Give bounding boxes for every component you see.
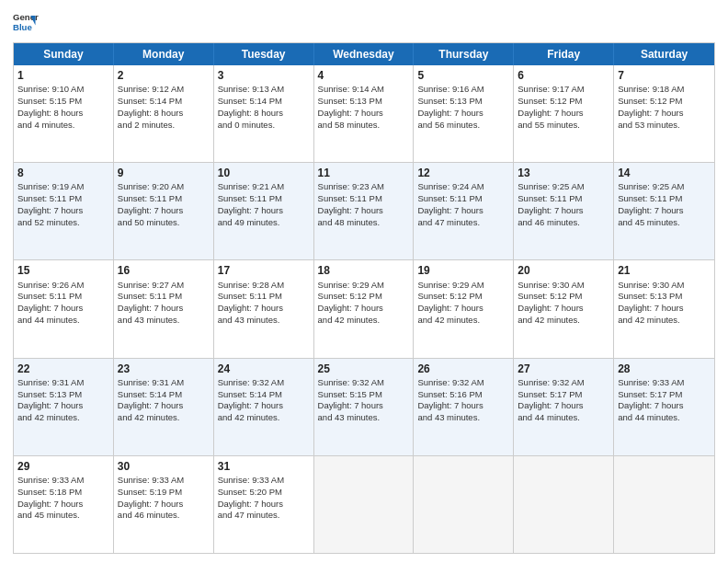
cell-line: Sunrise: 9:16 AM — [417, 84, 509, 96]
cell-line: and 43 minutes. — [318, 412, 410, 424]
day-number: 15 — [17, 263, 109, 278]
cell-line: Sunset: 5:16 PM — [417, 389, 509, 401]
calendar-cell: 31Sunrise: 9:33 AMSunset: 5:20 PMDayligh… — [214, 456, 314, 553]
day-number: 20 — [518, 263, 609, 278]
calendar-cell — [414, 456, 514, 553]
cell-line: and 43 minutes. — [118, 315, 210, 327]
cell-line: Sunrise: 9:26 AM — [17, 280, 109, 292]
cell-line: Sunrise: 9:32 AM — [417, 377, 509, 389]
cell-line: Sunrise: 9:32 AM — [218, 377, 310, 389]
calendar-cell: 8Sunrise: 9:19 AMSunset: 5:11 PMDaylight… — [14, 163, 114, 259]
cell-line: Sunrise: 9:24 AM — [417, 181, 509, 193]
cell-line: Daylight: 7 hours — [118, 499, 210, 511]
cell-line: and 43 minutes. — [417, 412, 509, 424]
calendar-cell: 30Sunrise: 9:33 AMSunset: 5:19 PMDayligh… — [114, 456, 214, 553]
cell-line: Daylight: 7 hours — [518, 205, 609, 217]
calendar-cell: 14Sunrise: 9:25 AMSunset: 5:11 PMDayligh… — [614, 163, 714, 259]
day-number: 6 — [518, 68, 609, 83]
cell-line: Sunset: 5:11 PM — [218, 291, 310, 303]
calendar-cell: 13Sunrise: 9:25 AMSunset: 5:11 PMDayligh… — [514, 163, 614, 259]
cell-line: Sunset: 5:12 PM — [417, 291, 509, 303]
cell-line: Sunset: 5:11 PM — [17, 291, 109, 303]
day-number: 8 — [17, 166, 109, 180]
cell-line: and 47 minutes. — [218, 510, 310, 522]
cell-line: Sunrise: 9:32 AM — [518, 377, 609, 389]
cell-line: and 45 minutes. — [618, 217, 711, 229]
cell-line: and 50 minutes. — [118, 217, 210, 229]
calendar-cell: 18Sunrise: 9:29 AMSunset: 5:12 PMDayligh… — [314, 260, 415, 357]
cell-line: Sunset: 5:20 PM — [218, 487, 310, 499]
cell-line: and 46 minutes. — [118, 510, 210, 522]
calendar-body: 1Sunrise: 9:10 AMSunset: 5:15 PMDaylight… — [14, 65, 714, 553]
calendar-cell: 4Sunrise: 9:14 AMSunset: 5:13 PMDaylight… — [314, 65, 415, 162]
calendar-cell: 11Sunrise: 9:23 AMSunset: 5:11 PMDayligh… — [314, 163, 415, 259]
cell-line: Daylight: 7 hours — [318, 303, 410, 315]
calendar-cell: 7Sunrise: 9:18 AMSunset: 5:12 PMDaylight… — [614, 65, 714, 162]
cell-line: Sunset: 5:14 PM — [118, 96, 210, 108]
day-number: 12 — [417, 166, 509, 180]
cell-line: Sunset: 5:17 PM — [518, 389, 609, 401]
calendar-cell: 10Sunrise: 9:21 AMSunset: 5:11 PMDayligh… — [214, 163, 314, 259]
day-number: 4 — [318, 68, 410, 83]
cell-line: Sunset: 5:11 PM — [318, 193, 410, 205]
day-number: 16 — [118, 263, 210, 278]
calendar-cell: 12Sunrise: 9:24 AMSunset: 5:11 PMDayligh… — [414, 163, 514, 259]
day-number: 21 — [618, 263, 711, 278]
cell-line: Daylight: 8 hours — [118, 108, 210, 120]
cell-line: Daylight: 7 hours — [318, 108, 410, 120]
cell-line: Sunset: 5:11 PM — [218, 193, 310, 205]
cell-line: Sunrise: 9:32 AM — [318, 377, 410, 389]
cell-line: and 58 minutes. — [318, 120, 410, 132]
cell-line: Sunset: 5:15 PM — [17, 96, 109, 108]
cell-line: Sunrise: 9:29 AM — [318, 280, 410, 292]
cell-line: Sunrise: 9:28 AM — [218, 280, 310, 292]
cell-line: Sunrise: 9:33 AM — [118, 475, 210, 487]
header-day: Saturday — [614, 43, 714, 65]
cell-line: Daylight: 7 hours — [318, 400, 410, 412]
cell-line: Sunset: 5:11 PM — [118, 193, 210, 205]
cell-line: Sunrise: 9:29 AM — [417, 280, 509, 292]
cell-line: Sunrise: 9:27 AM — [118, 280, 210, 292]
calendar-header: SundayMondayTuesdayWednesdayThursdayFrid… — [14, 43, 714, 65]
header-day: Wednesday — [314, 43, 415, 65]
day-number: 26 — [417, 362, 509, 376]
cell-line: Daylight: 7 hours — [17, 303, 109, 315]
day-number: 13 — [518, 166, 609, 180]
cell-line: and 44 minutes. — [518, 412, 609, 424]
cell-line: Sunrise: 9:33 AM — [17, 475, 109, 487]
cell-line: Daylight: 8 hours — [17, 108, 109, 120]
day-number: 31 — [218, 459, 310, 474]
cell-line: Sunrise: 9:33 AM — [218, 475, 310, 487]
cell-line: Sunset: 5:17 PM — [618, 389, 711, 401]
calendar-cell: 29Sunrise: 9:33 AMSunset: 5:18 PMDayligh… — [14, 456, 114, 553]
cell-line: Sunset: 5:12 PM — [518, 96, 609, 108]
day-number: 3 — [218, 68, 310, 83]
cell-line: and 42 minutes. — [618, 315, 711, 327]
cell-line: Sunrise: 9:25 AM — [518, 181, 609, 193]
cell-line: Daylight: 7 hours — [17, 499, 109, 511]
cell-line: Daylight: 7 hours — [518, 303, 609, 315]
calendar-cell: 26Sunrise: 9:32 AMSunset: 5:16 PMDayligh… — [414, 359, 514, 455]
day-number: 28 — [618, 362, 711, 376]
day-number: 10 — [218, 166, 310, 180]
day-number: 23 — [118, 362, 210, 376]
cell-line: and 52 minutes. — [17, 217, 109, 229]
cell-line: Sunset: 5:11 PM — [17, 193, 109, 205]
cell-line: Sunrise: 9:31 AM — [118, 377, 210, 389]
day-number: 24 — [218, 362, 310, 376]
cell-line: Sunrise: 9:13 AM — [218, 84, 310, 96]
cell-line: and 0 minutes. — [218, 120, 310, 132]
calendar-cell: 19Sunrise: 9:29 AMSunset: 5:12 PMDayligh… — [414, 260, 514, 357]
cell-line: Sunset: 5:12 PM — [618, 96, 711, 108]
cell-line: Daylight: 7 hours — [218, 400, 310, 412]
cell-line: Sunrise: 9:21 AM — [218, 181, 310, 193]
cell-line: Sunrise: 9:10 AM — [17, 84, 109, 96]
calendar-cell: 22Sunrise: 9:31 AMSunset: 5:13 PMDayligh… — [14, 359, 114, 455]
cell-line: Sunset: 5:19 PM — [118, 487, 210, 499]
cell-line: Daylight: 7 hours — [118, 400, 210, 412]
day-number: 9 — [118, 166, 210, 180]
day-number: 17 — [218, 263, 310, 278]
day-number: 11 — [318, 166, 410, 180]
calendar-cell: 17Sunrise: 9:28 AMSunset: 5:11 PMDayligh… — [214, 260, 314, 357]
calendar-cell: 21Sunrise: 9:30 AMSunset: 5:13 PMDayligh… — [614, 260, 714, 357]
